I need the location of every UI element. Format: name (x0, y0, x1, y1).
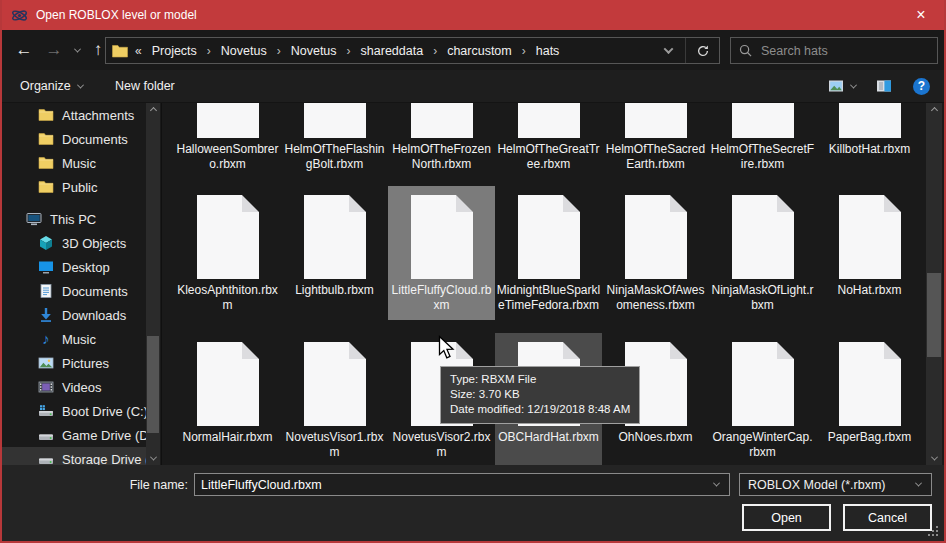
history-dropdown-icon[interactable] (68, 37, 86, 63)
files-scrollbar-thumb[interactable] (927, 273, 941, 357)
sidebar-item-downloads[interactable]: Downloads (2, 303, 146, 327)
breadcrumb-separator-icon[interactable]: › (514, 44, 534, 58)
sidebar-item-documents[interactable]: Documents (2, 127, 146, 151)
chevron-down-icon[interactable] (703, 482, 729, 487)
tooltip-line: Size: 3.70 KB (450, 387, 630, 402)
file-name: HelmOfTheFlashingBolt.rbxm (283, 142, 387, 172)
cancel-button-label: Cancel (868, 511, 907, 525)
video-icon (38, 379, 54, 395)
drive-icon (38, 451, 54, 465)
breadcrumb-segment[interactable]: charcustom (445, 44, 514, 58)
file-type-select[interactable]: ROBLOX Model (*.rbxm) (739, 473, 932, 496)
open-button[interactable]: Open (742, 504, 831, 531)
close-icon[interactable]: × (898, 0, 944, 30)
file-tooltip: Type: RBXM FileSize: 3.70 KBDate modifie… (440, 366, 640, 424)
file-item[interactable]: HelmOfTheSecretFire.rbxm (709, 103, 816, 186)
new-folder-button[interactable]: New folder (115, 70, 175, 102)
back-button[interactable]: ← (10, 37, 38, 63)
music-icon: ♪ (38, 331, 54, 347)
organize-button[interactable]: Organize (20, 70, 83, 102)
breadcrumb-segment[interactable]: Novetus (289, 44, 339, 58)
file-item[interactable]: MidnightBlueSparkleTimeFedora.rbxm (495, 186, 602, 320)
file-item[interactable]: NormalHair.rbxm (174, 333, 281, 465)
file-item[interactable]: HalloweenSombrero.rbxm (174, 103, 281, 186)
file-item[interactable]: HelmOfTheSacredEarth.rbxm (602, 103, 709, 186)
file-name: LittleFluffyCloud.rbxm (390, 283, 494, 313)
sidebar-item-3d-objects[interactable]: 3D Objects (2, 231, 146, 255)
refresh-icon[interactable] (685, 38, 719, 63)
views-button[interactable] (828, 70, 856, 102)
scroll-up-icon[interactable] (146, 103, 160, 117)
breadcrumb-segment[interactable]: Projects (150, 44, 199, 58)
sidebar-item-music[interactable]: ♪Music (2, 327, 146, 351)
file-item[interactable]: PaperBag.rbxm (816, 333, 923, 465)
breadcrumb-segment[interactable]: hats (534, 44, 562, 58)
sidebar-item-this-pc[interactable]: This PC (2, 207, 146, 231)
file-name: Lightbulb.rbxm (283, 283, 387, 298)
sidebar-scrollbar[interactable] (146, 103, 160, 465)
file-item[interactable]: Lightbulb.rbxm (281, 186, 388, 320)
help-icon: ? (913, 78, 930, 95)
rbxm-file-icon (197, 103, 259, 138)
file-name-input[interactable] (195, 478, 703, 492)
address-bar[interactable]: « Projects›Novetus›Novetus›shareddata›ch… (105, 37, 720, 64)
forward-button[interactable]: → (40, 37, 68, 63)
rbxm-file-icon (411, 195, 473, 279)
file-item[interactable]: HelmOfTheFlashingBolt.rbxm (281, 103, 388, 186)
breadcrumb-overflow[interactable]: « (135, 44, 142, 58)
folder-icon (112, 44, 128, 58)
file-item[interactable]: OrangeWinterCap.rbxm (709, 333, 816, 465)
breadcrumb-separator-icon[interactable]: › (199, 44, 219, 58)
preview-pane-button[interactable] (876, 70, 892, 102)
file-name: OhNoes.rbxm (604, 430, 708, 445)
help-button[interactable]: ? (913, 70, 930, 102)
rbxm-file-icon (839, 195, 901, 279)
search-box (730, 37, 938, 64)
scroll-down-icon[interactable] (146, 451, 160, 465)
scroll-up-icon[interactable] (926, 103, 942, 117)
file-item[interactable]: NovetusVisor1.rbxm (281, 333, 388, 465)
sidebar-item-documents[interactable]: Documents (2, 279, 146, 303)
sidebar-item-music[interactable]: Music (2, 151, 146, 175)
file-item[interactable]: HelmOfTheGreatTree.rbxm (495, 103, 602, 186)
preview-pane-icon (876, 78, 892, 94)
mouse-cursor (438, 335, 456, 361)
file-item[interactable]: NoHat.rbxm (816, 186, 923, 320)
address-dropdown-icon[interactable] (651, 38, 685, 63)
file-item[interactable]: NinjaMaskOfLight.rbxm (709, 186, 816, 320)
sidebar-item-boot-drive-c[interactable]: Boot Drive (C:) (2, 399, 146, 423)
breadcrumb-separator-icon[interactable]: › (425, 44, 445, 58)
file-item[interactable]: NinjaMaskOfAwesomeness.rbxm (602, 186, 709, 320)
breadcrumb-segment[interactable]: shareddata (359, 44, 426, 58)
file-item[interactable]: KillbotHat.rbxm (816, 103, 923, 186)
file-item[interactable]: LittleFluffyCloud.rbxm (388, 186, 495, 320)
sidebar-item-storage-drive-g[interactable]: Storage Drive (G (2, 447, 146, 465)
sidebar-item-label: Attachments (62, 108, 134, 123)
sidebar-item-label: Documents (62, 284, 128, 299)
file-item[interactable]: KleosAphthiton.rbxm (174, 186, 281, 320)
file-name-label: File name: (98, 478, 188, 492)
sidebar-item-desktop[interactable]: Desktop (2, 255, 146, 279)
cube-icon (38, 235, 54, 251)
rbxm-file-icon (304, 195, 366, 279)
search-input[interactable] (761, 44, 929, 58)
views-icon (828, 78, 844, 94)
breadcrumb-separator-icon[interactable]: › (269, 44, 289, 58)
file-item[interactable]: HelmOfTheFrozenNorth.rbxm (388, 103, 495, 186)
sidebar-item-attachments[interactable]: Attachments (2, 103, 146, 127)
open-button-label: Open (771, 511, 802, 525)
sidebar-item-pictures[interactable]: Pictures (2, 351, 146, 375)
sidebar-scrollbar-thumb[interactable] (147, 336, 159, 433)
breadcrumb-segment[interactable]: Novetus (219, 44, 269, 58)
sidebar-item-label: Documents (62, 132, 128, 147)
files-scrollbar[interactable] (926, 103, 942, 465)
file-name: NormalHair.rbxm (176, 430, 280, 445)
breadcrumb-separator-icon[interactable]: › (339, 44, 359, 58)
rbxm-file-icon (839, 342, 901, 426)
sidebar-item-videos[interactable]: Videos (2, 375, 146, 399)
sidebar-item-public[interactable]: Public (2, 175, 146, 199)
resize-grip-icon[interactable] (928, 526, 939, 537)
scroll-down-icon[interactable] (926, 451, 942, 465)
cancel-button[interactable]: Cancel (843, 504, 932, 531)
sidebar-item-game-drive-d[interactable]: Game Drive (D:) (2, 423, 146, 447)
